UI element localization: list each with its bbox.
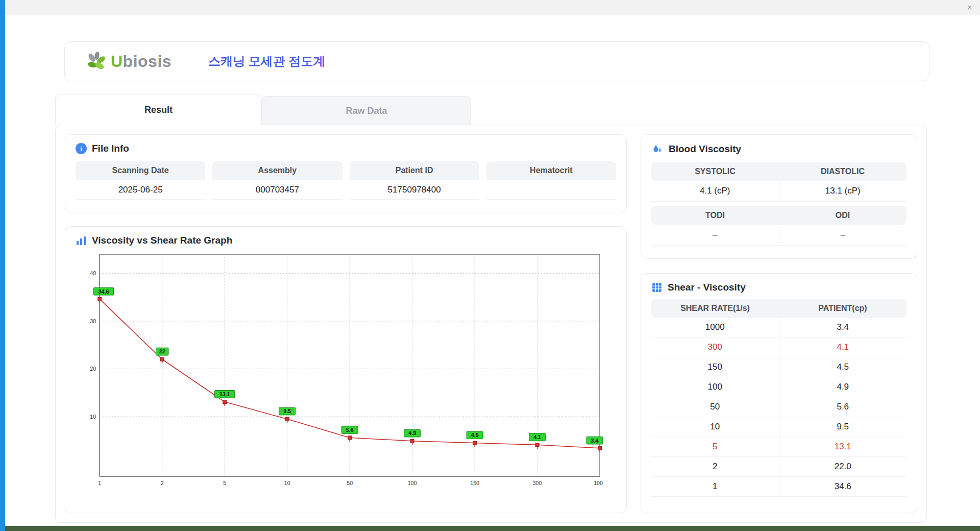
table-row: SYSTOLIC DIASTOLIC <box>651 162 906 181</box>
table-row: – – <box>651 225 906 246</box>
table-row: 5 13.1 <box>651 437 906 457</box>
field-label: Assembly <box>212 161 342 180</box>
info-icon: i <box>76 143 87 154</box>
table-header-row: SHEAR RATE(1/s) PATIENT(cp) <box>651 299 906 318</box>
app-window: × Ubiosis 스캐닝 모세관 점도계 Result Raw Data i … <box>5 0 980 526</box>
table-row: 150 4.5 <box>651 357 906 377</box>
patient-cp-cell: 3.4 <box>779 318 907 337</box>
blood-viscosity-card: Blood Viscosity SYSTOLIC DIASTOLIC 4.1 (… <box>641 134 917 259</box>
svg-text:300: 300 <box>533 479 542 486</box>
app-header: Ubiosis 스캐닝 모세관 점도계 <box>64 41 929 81</box>
shear-rate-cell: 1000 <box>651 318 779 337</box>
graph-title: Viscosity vs Shear Rate Graph <box>92 235 232 246</box>
svg-text:40: 40 <box>90 270 96 276</box>
todi-value: – <box>651 225 779 246</box>
patient-cp-cell: 4.5 <box>779 357 907 377</box>
field-value: 51750978400 <box>350 180 479 200</box>
patient-cp-cell: 4.1 <box>779 337 907 357</box>
shear-rate-cell: 100 <box>651 377 779 397</box>
table-row: 50 5.6 <box>651 397 906 417</box>
table-row: 2 22.0 <box>651 457 906 477</box>
svg-text:10: 10 <box>90 414 96 420</box>
shear-rate-cell: 5 <box>651 437 779 456</box>
field-value: 000703457 <box>212 180 342 200</box>
svg-text:50: 50 <box>347 479 353 486</box>
field-assembly: Assembly 000703457 <box>212 161 342 200</box>
ubiosis-leaf-icon <box>85 51 107 72</box>
window-titlebar: × <box>5 0 980 15</box>
right-column: Blood Viscosity SYSTOLIC DIASTOLIC 4.1 (… <box>641 134 917 513</box>
file-info-card: i File Info Scanning Date 2025-06-25 Ass… <box>65 134 627 212</box>
field-label: Hematocrit <box>486 161 616 180</box>
svg-text:1000: 1000 <box>594 479 603 486</box>
svg-text:9.5: 9.5 <box>283 408 291 414</box>
svg-text:10: 10 <box>284 479 290 486</box>
todi-header: TODI <box>651 206 779 225</box>
svg-text:20: 20 <box>90 366 96 372</box>
svg-text:22: 22 <box>159 348 165 354</box>
svg-text:100: 100 <box>408 479 417 486</box>
svg-text:4.5: 4.5 <box>471 432 479 438</box>
tab-bar: Result Raw Data <box>55 94 980 125</box>
svg-text:34.6: 34.6 <box>99 288 109 294</box>
diastolic-header: DIASTOLIC <box>779 162 906 181</box>
table-row: TODI ODI <box>651 206 906 225</box>
patient-cp-cell: 5.6 <box>779 397 907 417</box>
svg-text:30: 30 <box>90 318 96 324</box>
odi-header: ODI <box>779 206 906 225</box>
field-hematocrit: Hematocrit <box>486 161 616 200</box>
shear-rate-cell: 300 <box>651 337 779 357</box>
systolic-header: SYSTOLIC <box>651 162 779 181</box>
shear-rate-cell: 2 <box>651 457 779 476</box>
svg-text:150: 150 <box>470 479 479 486</box>
shear-rate-cell: 10 <box>651 417 779 437</box>
blood-viscosity-title-row: Blood Viscosity <box>651 143 906 155</box>
systolic-value: 4.1 (cP) <box>651 181 779 202</box>
patient-cp-cell: 34.6 <box>779 477 907 496</box>
svg-text:5.6: 5.6 <box>346 427 354 433</box>
odi-value: – <box>779 225 907 246</box>
tab-raw-data[interactable]: Raw Data <box>262 96 471 125</box>
file-info-title-row: i File Info <box>76 143 616 154</box>
patient-cp-cell: 22.0 <box>779 457 907 476</box>
grid-table-icon <box>651 282 663 293</box>
shear-viscosity-title: Shear - Viscosity <box>668 282 746 293</box>
table-row: 100 4.9 <box>651 377 906 397</box>
file-info-fields: Scanning Date 2025-06-25 Assembly 000703… <box>76 161 616 200</box>
svg-text:2: 2 <box>161 479 164 486</box>
svg-text:3.4: 3.4 <box>591 437 599 443</box>
patient-cp-cell: 4.9 <box>779 377 907 397</box>
viscosity-chart: 102030401251050100150300100034.62213.19.… <box>76 252 616 492</box>
svg-text:4.9: 4.9 <box>408 430 416 436</box>
brand-name: Ubiosis <box>111 53 172 69</box>
table-row: 1000 3.4 <box>651 318 906 337</box>
bar-chart-icon <box>76 235 87 246</box>
droplets-icon <box>651 143 664 155</box>
shear-rate-cell: 1 <box>651 477 779 496</box>
shear-rate-column-header: SHEAR RATE(1/s) <box>651 299 779 318</box>
field-scanning-date: Scanning Date 2025-06-25 <box>76 161 205 200</box>
tab-result[interactable]: Result <box>55 94 262 125</box>
table-body: 1000 3.4 300 4.1 150 4.5 100 <box>651 318 906 497</box>
field-label: Scanning Date <box>76 161 205 180</box>
graph-title-row: Viscosity vs Shear Rate Graph <box>76 235 616 246</box>
field-label: Patient ID <box>350 161 479 180</box>
desktop-edge-strip <box>0 0 5 531</box>
left-column: i File Info Scanning Date 2025-06-25 Ass… <box>65 134 627 513</box>
blood-viscosity-title: Blood Viscosity <box>669 143 741 155</box>
svg-text:13.1: 13.1 <box>219 391 230 397</box>
shear-rate-cell: 150 <box>651 357 779 377</box>
shear-viscosity-card: Shear - Viscosity SHEAR RATE(1/s) PATIEN… <box>641 273 917 513</box>
table-row: 4.1 (cP) 13.1 (cP) <box>651 181 906 202</box>
svg-text:4.1: 4.1 <box>533 434 541 440</box>
patient-cp-cell: 9.5 <box>779 417 907 437</box>
blood-viscosity-table: SYSTOLIC DIASTOLIC 4.1 (cP) 13.1 (cP) TO… <box>651 162 906 246</box>
svg-text:1: 1 <box>98 479 101 486</box>
table-row: 300 4.1 <box>651 337 906 357</box>
close-icon[interactable]: × <box>967 2 972 12</box>
page-title: 스캐닝 모세관 점도계 <box>208 53 325 69</box>
field-patient-id: Patient ID 51750978400 <box>350 161 479 200</box>
table-row: 1 34.6 <box>651 477 906 497</box>
file-info-title: File Info <box>92 143 129 154</box>
field-value <box>486 180 616 200</box>
